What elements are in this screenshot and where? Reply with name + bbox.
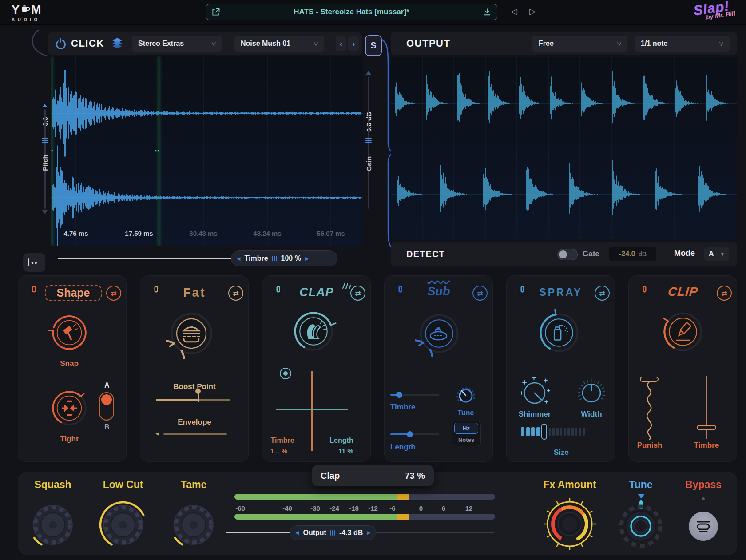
- bypass-button[interactable]: [689, 512, 718, 541]
- fat-swap-icon[interactable]: ⇄: [228, 286, 243, 301]
- tame-label: Tame: [181, 479, 206, 491]
- envelope-track[interactable]: [163, 433, 227, 435]
- output-track-lit[interactable]: [226, 532, 290, 533]
- click-bank-dropdown[interactable]: Stereo Extras ▽: [132, 36, 222, 52]
- gate-toggle[interactable]: [557, 249, 578, 260]
- pitch-slider-grip[interactable]: [42, 138, 48, 143]
- shimmer-knob[interactable]: [519, 377, 550, 408]
- size-slider[interactable]: [521, 423, 585, 440]
- punish-handle: [640, 377, 658, 381]
- click-timbre-pill[interactable]: ◀ Timbre 100 % ▶: [231, 250, 337, 266]
- sub-unit-toggle[interactable]: Hz Notes: [452, 421, 481, 446]
- footer-tune-label: Tune: [629, 479, 652, 491]
- mode-dropdown[interactable]: A ▼: [704, 247, 729, 261]
- share-preset-icon[interactable]: [211, 8, 220, 16]
- clip-timbre-label: Timbre: [694, 441, 719, 450]
- clap-title: CLAP: [290, 286, 343, 299]
- clap-knob[interactable]: [290, 307, 337, 355]
- output-sync-dropdown[interactable]: Free ▽: [532, 36, 627, 52]
- level-meter-bottom: [234, 514, 495, 520]
- meter-tick: -60: [235, 504, 245, 512]
- tight-knob[interactable]: [48, 387, 91, 429]
- clip-swap-icon[interactable]: ⇄: [717, 286, 732, 301]
- clap-swap-icon[interactable]: ⇄: [350, 286, 365, 301]
- increment-icon[interactable]: ▶: [305, 256, 309, 262]
- boost-point-handle-cap[interactable]: [195, 389, 201, 394]
- ab-label-b: B: [104, 423, 110, 431]
- spray-knob[interactable]: [535, 309, 583, 357]
- sub-tune-knob[interactable]: [455, 384, 476, 405]
- xy-y-cursor[interactable]: [276, 409, 348, 410]
- preset-prev-button[interactable]: ◁: [511, 6, 517, 16]
- marker-handle[interactable]: ◂▸: [154, 148, 160, 153]
- sub-timbre-track[interactable]: [390, 394, 439, 396]
- sub-swap-icon[interactable]: ⇄: [472, 286, 488, 301]
- clip-knob[interactable]: [659, 308, 707, 356]
- sample-prev-button[interactable]: ‹: [336, 36, 346, 51]
- decrement-icon[interactable]: ◀: [237, 256, 240, 262]
- output-track[interactable]: [377, 532, 494, 533]
- click-timbre-track[interactable]: [58, 258, 232, 259]
- clap-x-value: 1... %: [270, 447, 287, 455]
- shape-title: Shape: [45, 285, 102, 301]
- drag-grip-icon[interactable]: [330, 530, 335, 536]
- drag-grip-icon[interactable]: [272, 256, 277, 261]
- clap-emphasis-icon: [341, 281, 351, 289]
- fat-knob[interactable]: [166, 308, 217, 359]
- output-note-dropdown[interactable]: 1/1 note ▽: [635, 36, 730, 52]
- click-waveform-display[interactable]: ◂▸ ◂▸ 4.76 ms 17.59 ms 30.43 ms 43.24 ms…: [51, 56, 363, 246]
- boost-point-label: Boost Point: [173, 382, 215, 391]
- unit-hz-option[interactable]: Hz: [454, 423, 478, 434]
- footer-tune-knob[interactable]: [616, 502, 665, 551]
- logo-letter: M: [31, 3, 42, 17]
- shape-swap-icon[interactable]: ⇄: [106, 286, 121, 301]
- preset-name[interactable]: HATS - Stereoize Hats [mussar]*: [294, 8, 409, 16]
- preset-next-button[interactable]: ▷: [529, 6, 536, 16]
- download-preset-icon[interactable]: [483, 8, 492, 16]
- envelope-handle[interactable]: ◂: [155, 429, 159, 437]
- ab-toggle[interactable]: [99, 392, 114, 421]
- squash-knob[interactable]: [27, 499, 79, 551]
- lowcut-knob[interactable]: [97, 499, 149, 551]
- layers-icon[interactable]: [111, 37, 123, 50]
- clip-title: CLIP: [657, 285, 708, 299]
- module-sub: Sub ⇄ Timbre Length: [384, 275, 493, 462]
- fx-amount-knob[interactable]: [542, 496, 597, 552]
- marker-handle[interactable]: ◂▸: [51, 148, 54, 153]
- width-knob[interactable]: [577, 378, 606, 407]
- detect-label: DETECT: [406, 249, 445, 259]
- increment-icon[interactable]: ▶: [367, 530, 370, 536]
- clip-timbre-handle[interactable]: [697, 425, 716, 430]
- boost-point-track[interactable]: [198, 399, 230, 401]
- slap-brand-logo: Slap! by Mr. Bill: [692, 0, 735, 22]
- bank-dropdown-value: Stereo Extras: [138, 40, 184, 48]
- xy-x-cursor[interactable]: [311, 371, 313, 451]
- fat-title: Fat: [171, 286, 218, 300]
- sub-length-track[interactable]: [390, 433, 439, 435]
- snap-knob[interactable]: [48, 311, 91, 354]
- gate-threshold-field[interactable]: -24.0 dB: [609, 247, 656, 261]
- sub-knob[interactable]: [415, 310, 463, 357]
- zoom-fit-button[interactable]: ◂ ▸: [23, 253, 45, 272]
- sample-next-button[interactable]: ›: [348, 36, 359, 51]
- punish-slider[interactable]: [639, 376, 660, 441]
- decrement-icon[interactable]: ◀: [295, 530, 299, 536]
- preset-bar[interactable]: HATS - Stereoize Hats [mussar]*: [206, 4, 497, 20]
- output-pill-value[interactable]: -4.3 dB: [339, 529, 363, 537]
- detect-bar: DETECT Gate -24.0 dB Mode A ▼: [391, 242, 737, 266]
- sub-length-knob[interactable]: [407, 431, 413, 437]
- yum-audio-logo: Y M AUDIO: [12, 3, 42, 22]
- size-slider-handle[interactable]: [541, 424, 547, 440]
- boost-point-track-lit[interactable]: [156, 399, 198, 401]
- meter-tick: -40: [282, 504, 292, 512]
- spray-swap-icon[interactable]: ⇄: [595, 286, 610, 301]
- output-gain-pill[interactable]: ◀ Output -4.3 dB ▶: [290, 525, 377, 540]
- sub-timbre-label: Timbre: [390, 403, 415, 412]
- tame-knob[interactable]: [168, 499, 219, 551]
- timbre-value[interactable]: 100 %: [281, 254, 301, 262]
- click-sample-dropdown[interactable]: Noise Mush 01 ▽: [234, 36, 324, 52]
- unit-notes-option[interactable]: Notes: [452, 434, 480, 445]
- sub-timbre-knob[interactable]: [396, 392, 402, 398]
- output-header: OUTPUT Free ▽ 1/1 note ▽: [391, 32, 737, 55]
- param-tooltip: Clap 73 %: [312, 465, 434, 486]
